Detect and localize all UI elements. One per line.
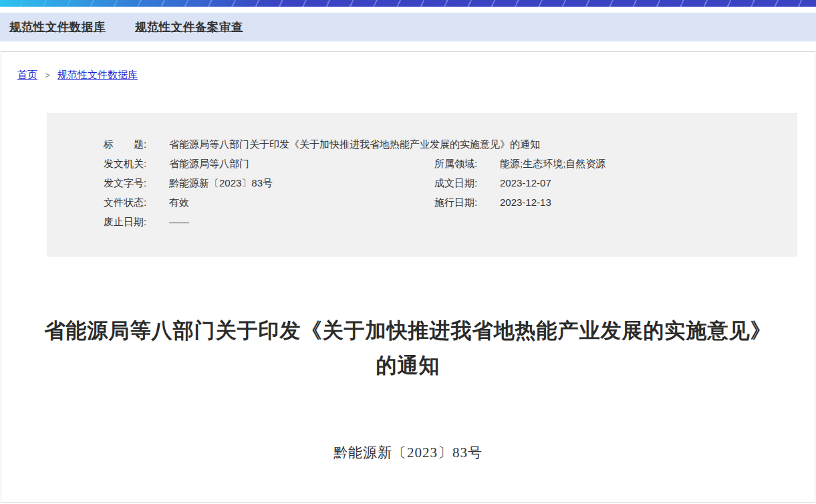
content-panel: 首页 > 规范性文件数据库 标 题:省能源局等八部门关于印发《关于加快推进我省地… [1, 51, 815, 503]
meta-label-issue-date: 成文日期: [434, 177, 485, 190]
meta-value-issue-date: 2023-12-07 [500, 177, 551, 188]
primary-navbar: 规范性文件数据库 规范性文件备案审查 [0, 13, 816, 41]
document-title: 省能源局等八部门关于印发《关于加快推进我省地热能产业发展的实施意见》的通知 [37, 313, 779, 383]
meta-row-repeal-date: 废止日期:—— [104, 216, 434, 229]
meta-row-status: 文件状态:有效 [104, 197, 434, 209]
tab-normative-documents-database[interactable]: 规范性文件数据库 [9, 19, 106, 35]
document-metadata-box: 标 题:省能源局等八部门关于印发《关于加快推进我省地热能产业发展的实施意见》的通… [47, 113, 797, 257]
meta-row-issue-date: 成文日期:2023-12-07 [434, 177, 797, 190]
meta-label-effective-date: 施行日期: [434, 197, 485, 209]
meta-value-title: 省能源局等八部门关于印发《关于加快推进我省地热能产业发展的实施意见》的通知 [169, 138, 540, 150]
meta-value-field: 能源;生态环境;自然资源 [500, 158, 605, 169]
document-metadata-grid: 标 题:省能源局等八部门关于印发《关于加快推进我省地热能产业发展的实施意见》的通… [104, 135, 797, 232]
meta-value-document-number: 黔能源新〔2023〕83号 [169, 177, 273, 188]
meta-value-repeal-date: —— [169, 216, 189, 227]
meta-value-status: 有效 [169, 197, 189, 208]
meta-row-document-number: 发文字号:黔能源新〔2023〕83号 [104, 177, 434, 190]
meta-value-issuing-authority: 省能源局等八部门 [169, 158, 249, 169]
meta-row-field: 所属领域:能源;生态环境;自然资源 [434, 158, 797, 170]
document-number: 黔能源新〔2023〕83号 [1, 443, 815, 462]
breadcrumb-database-link[interactable]: 规范性文件数据库 [57, 69, 138, 80]
meta-label-repeal-date: 废止日期: [104, 216, 154, 229]
breadcrumb-home-link[interactable]: 首页 [17, 69, 37, 80]
meta-label-field: 所属领域: [434, 158, 485, 170]
meta-label-issuing-authority: 发文机关: [104, 158, 154, 170]
meta-label-status: 文件状态: [104, 197, 154, 209]
tab-normative-documents-filing-review[interactable]: 规范性文件备案审查 [135, 19, 243, 35]
breadcrumb: 首页 > 规范性文件数据库 [1, 52, 815, 82]
breadcrumb-separator: > [45, 70, 50, 80]
top-decorative-banner [0, 0, 816, 7]
meta-row-title: 标 题:省能源局等八部门关于印发《关于加快推进我省地热能产业发展的实施意见》的通… [104, 138, 797, 151]
meta-label-document-number: 发文字号: [104, 177, 154, 190]
meta-row-effective-date: 施行日期:2023-12-13 [434, 197, 797, 209]
meta-value-effective-date: 2023-12-13 [500, 197, 551, 208]
meta-row-issuing-authority: 发文机关:省能源局等八部门 [104, 158, 434, 170]
meta-label-title: 标 题: [104, 138, 154, 151]
